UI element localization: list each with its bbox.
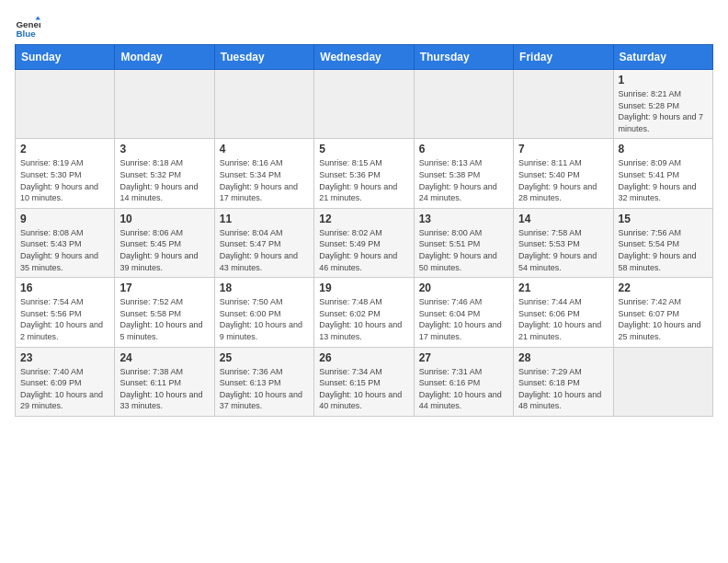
day-info: Sunrise: 7:40 AM Sunset: 6:09 PM Dayligh… bbox=[20, 366, 109, 412]
day-number: 3 bbox=[119, 143, 209, 155]
day-info: Sunrise: 7:31 AM Sunset: 6:16 PM Dayligh… bbox=[419, 366, 508, 412]
day-number: 24 bbox=[119, 351, 209, 364]
weekday-header: Sunday bbox=[16, 45, 115, 70]
day-info: Sunrise: 8:11 AM Sunset: 5:40 PM Dayligh… bbox=[518, 157, 608, 203]
day-info: Sunrise: 8:04 AM Sunset: 5:47 PM Dayligh… bbox=[220, 227, 309, 273]
day-info: Sunrise: 8:19 AM Sunset: 5:30 PM Dayligh… bbox=[20, 157, 109, 203]
calendar-day-cell bbox=[115, 70, 214, 139]
day-info: Sunrise: 7:50 AM Sunset: 6:00 PM Dayligh… bbox=[220, 296, 309, 342]
day-number: 17 bbox=[119, 282, 209, 294]
day-number: 28 bbox=[518, 351, 608, 364]
day-info: Sunrise: 8:02 AM Sunset: 5:49 PM Dayligh… bbox=[319, 227, 408, 273]
logo: General Blue bbox=[15, 15, 44, 40]
calendar-day-cell bbox=[514, 70, 613, 139]
calendar-day-cell: 10Sunrise: 8:06 AM Sunset: 5:45 PM Dayli… bbox=[115, 208, 214, 277]
calendar-day-cell bbox=[214, 70, 313, 139]
calendar-day-cell: 20Sunrise: 7:46 AM Sunset: 6:04 PM Dayli… bbox=[414, 278, 513, 347]
calendar-day-cell: 9Sunrise: 8:08 AM Sunset: 5:43 PM Daylig… bbox=[16, 208, 115, 277]
weekday-header: Saturday bbox=[613, 45, 712, 70]
calendar-day-cell: 7Sunrise: 8:11 AM Sunset: 5:40 PM Daylig… bbox=[514, 139, 613, 208]
calendar-table: SundayMondayTuesdayWednesdayThursdayFrid… bbox=[15, 44, 713, 417]
day-info: Sunrise: 8:21 AM Sunset: 5:28 PM Dayligh… bbox=[619, 88, 708, 134]
weekday-header: Monday bbox=[115, 45, 214, 70]
day-number: 16 bbox=[20, 282, 109, 294]
day-number: 15 bbox=[619, 213, 708, 225]
logo-icon: General Blue bbox=[15, 15, 40, 40]
day-number: 25 bbox=[220, 351, 309, 364]
day-number: 14 bbox=[518, 213, 608, 225]
calendar-week-row: 1Sunrise: 8:21 AM Sunset: 5:28 PM Daylig… bbox=[16, 70, 713, 139]
calendar-day-cell: 28Sunrise: 7:29 AM Sunset: 6:18 PM Dayli… bbox=[514, 347, 613, 416]
day-number: 1 bbox=[619, 74, 708, 86]
calendar-day-cell: 21Sunrise: 7:44 AM Sunset: 6:06 PM Dayli… bbox=[514, 278, 613, 347]
day-info: Sunrise: 7:58 AM Sunset: 5:53 PM Dayligh… bbox=[518, 227, 608, 273]
calendar-day-cell bbox=[16, 70, 115, 139]
day-info: Sunrise: 8:13 AM Sunset: 5:38 PM Dayligh… bbox=[419, 157, 508, 203]
calendar-day-cell: 8Sunrise: 8:09 AM Sunset: 5:41 PM Daylig… bbox=[613, 139, 712, 208]
day-number: 23 bbox=[20, 351, 109, 364]
day-info: Sunrise: 7:38 AM Sunset: 6:11 PM Dayligh… bbox=[119, 366, 209, 412]
day-number: 27 bbox=[419, 351, 508, 364]
day-number: 8 bbox=[619, 143, 708, 155]
day-number: 26 bbox=[319, 351, 408, 364]
weekday-header: Thursday bbox=[414, 45, 513, 70]
day-number: 10 bbox=[119, 213, 209, 225]
day-number: 13 bbox=[419, 213, 508, 225]
calendar-day-cell: 27Sunrise: 7:31 AM Sunset: 6:16 PM Dayli… bbox=[414, 347, 513, 416]
calendar-week-row: 9Sunrise: 8:08 AM Sunset: 5:43 PM Daylig… bbox=[16, 208, 713, 277]
calendar-day-cell: 4Sunrise: 8:16 AM Sunset: 5:34 PM Daylig… bbox=[214, 139, 313, 208]
day-number: 19 bbox=[319, 282, 408, 294]
day-info: Sunrise: 8:18 AM Sunset: 5:32 PM Dayligh… bbox=[119, 157, 209, 203]
day-info: Sunrise: 8:08 AM Sunset: 5:43 PM Dayligh… bbox=[20, 227, 109, 273]
day-number: 6 bbox=[419, 143, 508, 155]
calendar-day-cell: 19Sunrise: 7:48 AM Sunset: 6:02 PM Dayli… bbox=[314, 278, 414, 347]
calendar-week-row: 16Sunrise: 7:54 AM Sunset: 5:56 PM Dayli… bbox=[16, 278, 713, 347]
calendar-day-cell: 22Sunrise: 7:42 AM Sunset: 6:07 PM Dayli… bbox=[613, 278, 712, 347]
day-info: Sunrise: 8:16 AM Sunset: 5:34 PM Dayligh… bbox=[220, 157, 309, 203]
day-number: 22 bbox=[619, 282, 708, 294]
day-info: Sunrise: 7:52 AM Sunset: 5:58 PM Dayligh… bbox=[119, 296, 209, 342]
calendar-day-cell: 12Sunrise: 8:02 AM Sunset: 5:49 PM Dayli… bbox=[314, 208, 414, 277]
day-number: 12 bbox=[319, 213, 408, 225]
day-number: 9 bbox=[20, 213, 109, 225]
calendar-day-cell: 6Sunrise: 8:13 AM Sunset: 5:38 PM Daylig… bbox=[414, 139, 513, 208]
day-number: 11 bbox=[220, 213, 309, 225]
calendar-day-cell: 25Sunrise: 7:36 AM Sunset: 6:13 PM Dayli… bbox=[214, 347, 313, 416]
calendar-header-row: SundayMondayTuesdayWednesdayThursdayFrid… bbox=[16, 45, 713, 70]
day-info: Sunrise: 7:29 AM Sunset: 6:18 PM Dayligh… bbox=[518, 366, 608, 412]
weekday-header: Friday bbox=[514, 45, 613, 70]
day-number: 2 bbox=[20, 143, 109, 155]
weekday-header: Wednesday bbox=[314, 45, 414, 70]
calendar-day-cell: 13Sunrise: 8:00 AM Sunset: 5:51 PM Dayli… bbox=[414, 208, 513, 277]
calendar-day-cell: 5Sunrise: 8:15 AM Sunset: 5:36 PM Daylig… bbox=[314, 139, 414, 208]
day-info: Sunrise: 7:44 AM Sunset: 6:06 PM Dayligh… bbox=[518, 296, 608, 342]
day-info: Sunrise: 7:42 AM Sunset: 6:07 PM Dayligh… bbox=[619, 296, 708, 342]
calendar-day-cell: 23Sunrise: 7:40 AM Sunset: 6:09 PM Dayli… bbox=[16, 347, 115, 416]
day-number: 20 bbox=[419, 282, 508, 294]
calendar-day-cell bbox=[414, 70, 513, 139]
calendar-day-cell bbox=[314, 70, 414, 139]
day-info: Sunrise: 8:15 AM Sunset: 5:36 PM Dayligh… bbox=[319, 157, 408, 203]
calendar-day-cell: 11Sunrise: 8:04 AM Sunset: 5:47 PM Dayli… bbox=[214, 208, 313, 277]
day-info: Sunrise: 7:48 AM Sunset: 6:02 PM Dayligh… bbox=[319, 296, 408, 342]
calendar-week-row: 2Sunrise: 8:19 AM Sunset: 5:30 PM Daylig… bbox=[16, 139, 713, 208]
calendar-day-cell: 24Sunrise: 7:38 AM Sunset: 6:11 PM Dayli… bbox=[115, 347, 214, 416]
calendar-day-cell: 16Sunrise: 7:54 AM Sunset: 5:56 PM Dayli… bbox=[16, 278, 115, 347]
calendar-day-cell: 18Sunrise: 7:50 AM Sunset: 6:00 PM Dayli… bbox=[214, 278, 313, 347]
calendar-week-row: 23Sunrise: 7:40 AM Sunset: 6:09 PM Dayli… bbox=[16, 347, 713, 416]
day-info: Sunrise: 7:54 AM Sunset: 5:56 PM Dayligh… bbox=[20, 296, 109, 342]
calendar-day-cell bbox=[613, 347, 712, 416]
calendar-day-cell: 1Sunrise: 8:21 AM Sunset: 5:28 PM Daylig… bbox=[613, 70, 712, 139]
day-number: 7 bbox=[518, 143, 608, 155]
day-info: Sunrise: 8:00 AM Sunset: 5:51 PM Dayligh… bbox=[419, 227, 508, 273]
day-number: 5 bbox=[319, 143, 408, 155]
weekday-header: Tuesday bbox=[214, 45, 313, 70]
day-info: Sunrise: 7:56 AM Sunset: 5:54 PM Dayligh… bbox=[619, 227, 708, 273]
day-info: Sunrise: 7:46 AM Sunset: 6:04 PM Dayligh… bbox=[419, 296, 508, 342]
day-number: 4 bbox=[220, 143, 309, 155]
calendar-day-cell: 14Sunrise: 7:58 AM Sunset: 5:53 PM Dayli… bbox=[514, 208, 613, 277]
calendar-day-cell: 15Sunrise: 7:56 AM Sunset: 5:54 PM Dayli… bbox=[613, 208, 712, 277]
svg-marker-2 bbox=[35, 16, 40, 19]
day-info: Sunrise: 7:34 AM Sunset: 6:15 PM Dayligh… bbox=[319, 366, 408, 412]
calendar-day-cell: 3Sunrise: 8:18 AM Sunset: 5:32 PM Daylig… bbox=[115, 139, 214, 208]
